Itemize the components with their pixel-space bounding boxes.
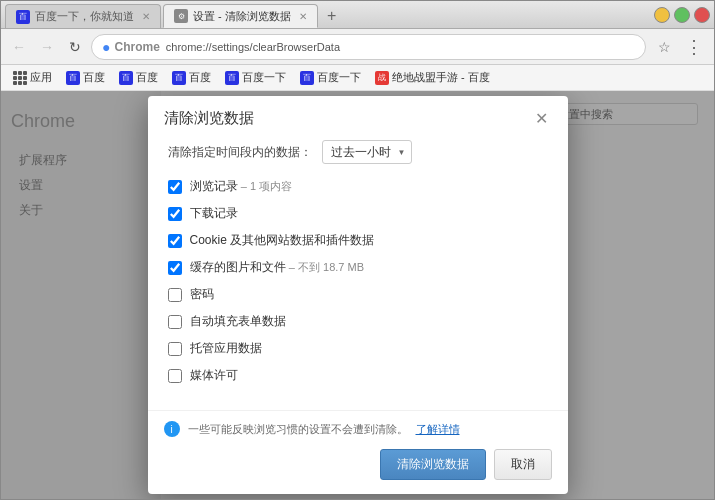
tab-label-2: 设置 - 清除浏览数据 — [193, 9, 291, 24]
footer-info-text: 一些可能反映浏览习惯的设置不会遭到清除。 — [188, 422, 408, 437]
back-button[interactable]: ← — [7, 35, 31, 59]
checkbox-row-3: Cookie 及其他网站数据和插件数据 — [168, 232, 548, 249]
bookmark-apps-label: 应用 — [30, 70, 52, 85]
dialog-buttons: 清除浏览数据 取消 — [164, 449, 552, 480]
checkbox-autofill-label[interactable]: 自动填充表单数据 — [190, 313, 286, 330]
checkbox-row-5: 密码 — [168, 286, 548, 303]
dialog-info: i 一些可能反映浏览习惯的设置不会遭到清除。 了解详情 — [164, 421, 552, 437]
checkbox-row-7: 托管应用数据 — [168, 340, 548, 357]
address-url: chrome://settings/clearBrowserData — [166, 41, 340, 53]
bookmark-star-button[interactable]: ☆ — [650, 33, 678, 61]
time-select-wrapper: 过去一小时 过去一天 过去一周 过去四周 自开始以来 — [322, 140, 412, 164]
checkbox-row-4: 缓存的图片和文件 – 不到 18.7 MB — [168, 259, 548, 276]
time-range-row: 清除指定时间段内的数据： 过去一小时 过去一天 过去一周 过去四周 自开始以来 — [168, 140, 548, 164]
titlebar: 百 百度一下，你就知道 ✕ ⚙ 设置 - 清除浏览数据 ✕ + — [1, 1, 714, 29]
nav-right: ☆ ⋮ — [650, 33, 708, 61]
checkbox-history-sub: – 1 项内容 — [241, 180, 292, 192]
tab-close-2[interactable]: ✕ — [299, 11, 307, 22]
checkbox-cache-sub: – 不到 18.7 MB — [289, 261, 364, 273]
tab-close-1[interactable]: ✕ — [142, 11, 150, 22]
bookmark-baiduyixia-1[interactable]: 百 百度一下 — [219, 68, 292, 87]
checkbox-cache-text: 缓存的图片和文件 — [190, 260, 286, 274]
checkbox-passwords[interactable] — [168, 288, 182, 302]
bookmark-baiduyixia-1-label: 百度一下 — [242, 70, 286, 85]
bookmark-game[interactable]: 战 绝地战盟手游 - 百度 — [369, 68, 496, 87]
tab-favicon-1: 百 — [16, 10, 30, 24]
dialog-body: 清除指定时间段内的数据： 过去一小时 过去一天 过去一周 过去四周 自开始以来 — [148, 136, 568, 410]
checkbox-cookies-label[interactable]: Cookie 及其他网站数据和插件数据 — [190, 232, 375, 249]
navbar: ← → ↻ ● Chrome chrome://settings/clearBr… — [1, 29, 714, 65]
checkbox-hosted-apps-label[interactable]: 托管应用数据 — [190, 340, 262, 357]
bookmark-baiduyixia-2-label: 百度一下 — [317, 70, 361, 85]
baidu-icon-4: 百 — [225, 71, 239, 85]
tab-label-1: 百度一下，你就知道 — [35, 9, 134, 24]
checkbox-history-label[interactable]: 浏览记录 – 1 项内容 — [190, 178, 293, 195]
info-icon: i — [164, 421, 180, 437]
bookmark-baidu-3-label: 百度 — [189, 70, 211, 85]
checkbox-downloads-label[interactable]: 下载记录 — [190, 205, 238, 222]
dialog-footer: i 一些可能反映浏览习惯的设置不会遭到清除。 了解详情 清除浏览数据 取消 — [148, 410, 568, 494]
checkbox-autofill-text: 自动填充表单数据 — [190, 314, 286, 328]
minimize-button[interactable] — [654, 7, 670, 23]
bookmark-baidu-2[interactable]: 百 百度 — [113, 68, 164, 87]
close-button[interactable] — [694, 7, 710, 23]
forward-button[interactable]: → — [35, 35, 59, 59]
address-bar[interactable]: ● Chrome chrome://settings/clearBrowserD… — [91, 34, 646, 60]
chrome-menu-button[interactable]: ⋮ — [680, 33, 708, 61]
bookmarks-bar: 应用 百 百度 百 百度 百 百度 百 百度一下 百 百度一下 战 绝地战盟手游… — [1, 65, 714, 91]
browser-window: 百 百度一下，你就知道 ✕ ⚙ 设置 - 清除浏览数据 ✕ + ← → ↻ ● … — [0, 0, 715, 500]
checkbox-passwords-text: 密码 — [190, 287, 214, 301]
checkbox-history[interactable] — [168, 180, 182, 194]
checkbox-media-text: 媒体许可 — [190, 368, 238, 382]
bookmark-baidu-3[interactable]: 百 百度 — [166, 68, 217, 87]
bookmark-baiduyixia-2[interactable]: 百 百度一下 — [294, 68, 367, 87]
game-icon: 战 — [375, 71, 389, 85]
dialog-close-button[interactable]: ✕ — [532, 108, 552, 128]
checkbox-downloads[interactable] — [168, 207, 182, 221]
main-area: Chrome 扩展程序 设置 关于 设置 登录到 Chrome 密码和表单 启用… — [1, 91, 714, 499]
baidu-icon-2: 百 — [119, 71, 133, 85]
checkbox-downloads-text: 下载记录 — [190, 206, 238, 220]
bookmark-baidu-1-label: 百度 — [83, 70, 105, 85]
cancel-button[interactable]: 取消 — [494, 449, 552, 480]
tab-favicon-2: ⚙ — [174, 9, 188, 23]
apps-icon — [13, 71, 27, 85]
time-range-select[interactable]: 过去一小时 过去一天 过去一周 过去四周 自开始以来 — [322, 140, 412, 164]
checkbox-cache[interactable] — [168, 261, 182, 275]
modal-overlay: 清除浏览数据 ✕ 清除指定时间段内的数据： 过去一小时 过去一天 过去一周 — [1, 91, 714, 499]
checkbox-row-6: 自动填充表单数据 — [168, 313, 548, 330]
checkbox-row-1: 浏览记录 – 1 项内容 — [168, 178, 548, 195]
bookmark-baidu-2-label: 百度 — [136, 70, 158, 85]
tab-bar: 百 百度一下，你就知道 ✕ ⚙ 设置 - 清除浏览数据 ✕ + — [1, 1, 654, 28]
tab-inactive[interactable]: 百 百度一下，你就知道 ✕ — [5, 4, 161, 28]
baidu-icon-5: 百 — [300, 71, 314, 85]
bookmark-apps[interactable]: 应用 — [7, 68, 58, 87]
tab-active[interactable]: ⚙ 设置 - 清除浏览数据 ✕ — [163, 4, 318, 28]
checkbox-autofill[interactable] — [168, 315, 182, 329]
checkbox-media-label[interactable]: 媒体许可 — [190, 367, 238, 384]
checkbox-hosted-apps[interactable] — [168, 342, 182, 356]
checkbox-cookies[interactable] — [168, 234, 182, 248]
footer-learn-more-link[interactable]: 了解详情 — [416, 422, 460, 437]
bookmark-baidu-1[interactable]: 百 百度 — [60, 68, 111, 87]
chrome-label: Chrome — [114, 40, 159, 54]
checkbox-row-2: 下载记录 — [168, 205, 548, 222]
secure-icon: ● — [102, 39, 110, 55]
reload-button[interactable]: ↻ — [63, 35, 87, 59]
clear-data-button[interactable]: 清除浏览数据 — [380, 449, 486, 480]
maximize-button[interactable] — [674, 7, 690, 23]
checkbox-history-text: 浏览记录 — [190, 179, 238, 193]
checkbox-cookies-text: Cookie 及其他网站数据和插件数据 — [190, 233, 375, 247]
new-tab-button[interactable]: + — [320, 4, 344, 28]
clear-browser-data-dialog: 清除浏览数据 ✕ 清除指定时间段内的数据： 过去一小时 过去一天 过去一周 — [148, 96, 568, 494]
checkbox-cache-label[interactable]: 缓存的图片和文件 – 不到 18.7 MB — [190, 259, 365, 276]
bookmark-game-label: 绝地战盟手游 - 百度 — [392, 70, 490, 85]
checkbox-passwords-label[interactable]: 密码 — [190, 286, 214, 303]
dialog-title: 清除浏览数据 — [164, 109, 254, 128]
checkbox-media[interactable] — [168, 369, 182, 383]
time-range-label: 清除指定时间段内的数据： — [168, 144, 312, 161]
window-controls — [654, 7, 714, 23]
checkbox-hosted-apps-text: 托管应用数据 — [190, 341, 262, 355]
checkbox-row-8: 媒体许可 — [168, 367, 548, 384]
dialog-header: 清除浏览数据 ✕ — [148, 96, 568, 136]
